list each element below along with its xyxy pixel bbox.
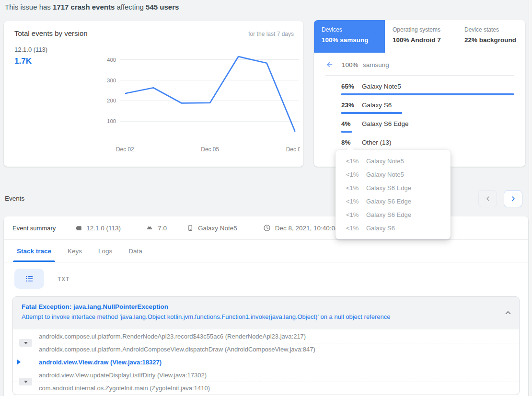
event-os: 7.0 — [146, 224, 167, 232]
svg-text:Dec 05: Dec 05 — [201, 146, 219, 153]
crash-events-count: 1717 crash events — [53, 3, 115, 11]
popup-device-row: <1%Galaxy S6 Edge — [335, 181, 451, 194]
popup-device-name: Galaxy S6 — [366, 225, 395, 232]
clock-icon — [263, 224, 271, 232]
tab-logs[interactable]: Logs — [90, 240, 120, 262]
txt-view-button[interactable]: TXT — [58, 275, 70, 283]
caret-down-icon — [24, 342, 28, 344]
dashed-divider — [13, 343, 519, 343]
popup-device-percent: <1% — [346, 184, 366, 192]
device-name: Galaxy Note5 — [362, 83, 401, 90]
label-tag-icon — [75, 225, 82, 232]
device-name: Other (13) — [362, 139, 392, 146]
breakdown-header-percent: 100% — [342, 61, 363, 68]
list-icon — [24, 274, 34, 283]
stack-frames: androidx.compose.ui.platform.RenderNodeA… — [13, 329, 519, 395]
expand-frames-button[interactable] — [19, 339, 32, 347]
events-section-title: Events — [5, 195, 24, 202]
tab-device-states-label: Device states — [464, 26, 519, 33]
caret-down-icon — [24, 381, 28, 383]
other-devices-popup: <1%Galaxy Note5 <1%Galaxy Note5 <1%Galax… — [335, 150, 451, 239]
breakdown-header-row: 100% samsung — [314, 53, 525, 75]
popup-device-name: Galaxy Note5 — [366, 158, 404, 165]
stack-frame[interactable]: androidx.compose.ui.platform.RenderNodeA… — [13, 330, 519, 343]
tab-device-states[interactable]: Device states 22% background — [457, 20, 525, 53]
device-row[interactable]: 65%Galaxy Note5 — [341, 83, 514, 95]
popup-device-percent: <1% — [346, 225, 366, 232]
next-event-button[interactable] — [504, 190, 522, 207]
tab-data[interactable]: Data — [120, 240, 150, 262]
events-line-chart: 100200300400Dec 02Dec 05Dec 08 — [101, 47, 300, 153]
popup-device-name: Galaxy S6 Edge — [366, 198, 411, 205]
svg-text:300: 300 — [107, 78, 116, 83]
popup-device-row: <1%Galaxy S6 — [335, 221, 451, 235]
frame-text: android.view.View.draw (View.java:18327) — [39, 359, 162, 366]
event-os-text: 7.0 — [158, 225, 167, 232]
issue-summary-text: This issue has 1717 crash events affecti… — [5, 3, 179, 11]
frame-text: androidx.compose.ui.platform.RenderNodeA… — [39, 333, 306, 340]
tab-os-label: Operating systems — [393, 26, 450, 33]
prev-event-button[interactable] — [478, 190, 497, 207]
popup-device-row: <1%Galaxy Note5 — [335, 168, 451, 181]
expand-frames-button[interactable] — [19, 378, 32, 385]
tab-keys[interactable]: Keys — [59, 240, 90, 262]
event-device: Galaxy Note5 — [187, 224, 237, 232]
event-summary-label: Event summary — [12, 225, 56, 232]
event-version: 12.1.0 (113) — [75, 225, 121, 232]
formatted-view-button[interactable] — [14, 269, 44, 289]
popup-device-name: Galaxy S6 Edge — [366, 184, 411, 192]
issue-summary-middle: affecting — [115, 3, 146, 11]
device-percent: 23% — [341, 102, 362, 109]
popup-device-row: <1%Galaxy Note5 — [335, 154, 451, 168]
event-version-text: 12.1.0 (113) — [86, 225, 121, 232]
svg-text:Dec 08: Dec 08 — [286, 146, 300, 153]
stack-frame[interactable]: android.view.View.updateDisplayListIfDir… — [13, 369, 519, 382]
device-row[interactable]: 4%Galaxy S6 Edge — [341, 120, 514, 133]
frame-text: android.view.View.updateDisplayListIfDir… — [39, 372, 207, 379]
device-bar — [341, 131, 352, 133]
popup-device-percent: <1% — [346, 171, 366, 178]
chevron-right-icon — [509, 195, 517, 203]
exception-header[interactable]: Fatal Exception: java.lang.NullPointerEx… — [13, 297, 519, 329]
smartphone-icon — [187, 224, 194, 232]
device-row[interactable]: 23%Galaxy S6 — [341, 102, 514, 114]
stack-frame-highlighted[interactable]: android.view.View.draw (View.java:18327) — [13, 356, 519, 369]
stack-trace-panel: Fatal Exception: java.lang.NullPointerEx… — [12, 296, 520, 395]
device-percent: 65% — [341, 83, 362, 90]
popup-device-percent: <1% — [346, 198, 366, 205]
stack-trace-toolbar: TXT — [4, 262, 528, 293]
tab-stack-trace[interactable]: Stack trace — [9, 240, 59, 262]
exception-title: Fatal Exception: java.lang.NullPointerEx… — [22, 303, 497, 310]
event-device-text: Galaxy Note5 — [198, 225, 237, 232]
page-scrollbar[interactable] — [529, 0, 532, 396]
dashed-divider — [13, 382, 519, 382]
popup-device-percent: <1% — [346, 211, 366, 218]
svg-text:Dec 02: Dec 02 — [116, 146, 134, 153]
device-bar — [341, 93, 514, 95]
popup-device-percent: <1% — [346, 158, 366, 165]
exception-message: Attempt to invoke interface method 'java… — [22, 313, 497, 320]
arrow-left-icon[interactable] — [325, 60, 334, 69]
tab-devices[interactable]: Devices 100% samsung — [314, 20, 385, 53]
frame-text: androidx.compose.ui.platform.AndroidComp… — [39, 346, 315, 353]
device-bar — [341, 112, 402, 114]
device-percent: 8% — [341, 139, 362, 146]
frame-text: com.android.internal.os.ZygoteInit.main … — [39, 385, 210, 392]
breakdown-card: Devices 100% samsung Operating systems 1… — [314, 20, 525, 167]
popup-device-name: Galaxy Note5 — [366, 171, 404, 178]
tab-operating-systems[interactable]: Operating systems 100% Android 7 — [385, 20, 457, 53]
stack-frame[interactable]: androidx.compose.ui.platform.AndroidComp… — [13, 343, 519, 356]
total-events-card: Total events by version for the last 7 d… — [4, 21, 303, 167]
tab-devices-value: 100% samsung — [322, 36, 378, 44]
chevron-up-icon[interactable] — [504, 308, 512, 317]
version-label: 12.1.0 (113) — [14, 46, 47, 53]
device-percent: 4% — [341, 120, 362, 127]
popup-device-row: <1%Galaxy S6 Edge — [335, 208, 451, 221]
breakdown-tabs: Devices 100% samsung Operating systems 1… — [314, 20, 525, 53]
tab-os-value: 100% Android 7 — [393, 36, 450, 44]
stack-frame[interactable]: com.android.internal.os.ZygoteInit.main … — [13, 382, 519, 395]
popup-device-row: <1%Galaxy S6 Edge — [335, 194, 451, 208]
svg-text:200: 200 — [107, 98, 116, 103]
card-title: Total events by version — [14, 29, 88, 37]
android-icon — [146, 224, 153, 232]
